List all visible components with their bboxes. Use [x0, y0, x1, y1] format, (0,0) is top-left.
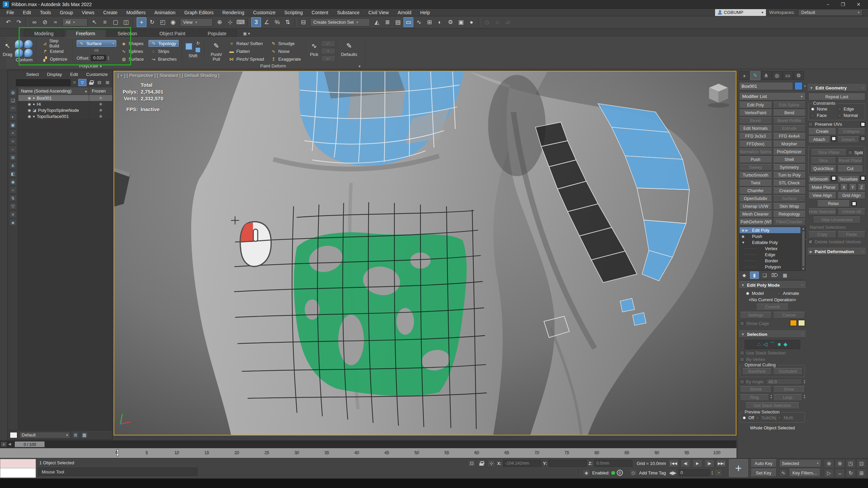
- scene-object-row[interactable]: ◉◪PolyTopoSplineNode ∗: [18, 107, 112, 113]
- modifier-stack-item[interactable]: ◉ ▶Edit Poly: [739, 227, 801, 233]
- menu-item[interactable]: Modifiers: [122, 9, 150, 16]
- default-in-out-tangents-icon[interactable]: ∿: [779, 469, 787, 476]
- use-pivot-point-icon[interactable]: ⊕: [215, 17, 224, 27]
- remove-modifier-icon[interactable]: ⌦: [770, 271, 779, 279]
- polydraw-shape-button[interactable]: ∿Splines: [119, 48, 146, 55]
- shrink-button[interactable]: Shrink: [740, 386, 772, 393]
- perspective-viewport[interactable]: [ + ] [ Perspective ] [ Standard ] [ Def…: [114, 71, 736, 435]
- object-color-swatch[interactable]: [794, 82, 803, 90]
- polydraw-tool-button[interactable]: ⊿Step Build: [40, 40, 70, 47]
- constraint-radio[interactable]: Normal: [837, 113, 863, 118]
- ribbon-tab[interactable]: Object Paint: [149, 29, 196, 37]
- object-name-field[interactable]: Box001: [739, 82, 793, 90]
- modifier-button[interactable]: Sweep: [739, 164, 772, 171]
- previous-frame-icon[interactable]: ◀|: [680, 459, 691, 467]
- hide-selected-button[interactable]: Hide Selected: [808, 208, 836, 215]
- orbit-icon[interactable]: ↻: [846, 469, 856, 477]
- tessellate-button[interactable]: Tessellate: [837, 176, 859, 183]
- menu-item[interactable]: Help: [416, 9, 434, 16]
- layer-manager-icon[interactable]: ▤: [393, 17, 403, 27]
- planar-z-button[interactable]: Z: [858, 184, 865, 191]
- loop-spinner[interactable]: ▴▾: [804, 394, 805, 401]
- occluded-button[interactable]: Occluded: [773, 368, 803, 375]
- material-editor-icon[interactable]: ◐: [435, 17, 445, 27]
- reference-coordinate-dropdown[interactable]: View▾: [180, 18, 213, 26]
- explorer-menu-item[interactable]: Edit: [67, 72, 81, 77]
- element-subobject-icon[interactable]: ◆: [784, 341, 788, 348]
- show-cage-checkbox[interactable]: [740, 321, 744, 326]
- paintdeform-pick-button[interactable]: ∿ Pick: [310, 39, 318, 57]
- grid-align-button[interactable]: Grid Align: [837, 192, 865, 199]
- edge-subobject-icon[interactable]: ◁: [763, 341, 767, 348]
- display-all-icon[interactable]: ◍: [9, 89, 17, 96]
- modifier-button[interactable]: Extrude: [773, 125, 806, 132]
- modifier-button[interactable]: OpenSubdiv: [739, 195, 772, 202]
- vertex-subobject-icon[interactable]: ∴: [757, 341, 761, 348]
- cut-button[interactable]: Cut: [837, 165, 863, 172]
- create-tab[interactable]: +: [739, 71, 750, 80]
- grow-button[interactable]: Grow: [773, 386, 805, 393]
- modifier-button[interactable]: Bevel: [739, 117, 772, 124]
- stack-scrollbar[interactable]: ▲▼: [801, 227, 805, 270]
- mode-radio[interactable]: Animate: [777, 291, 799, 296]
- menu-item[interactable]: File: [2, 9, 19, 16]
- angle-input[interactable]: 45.0: [766, 379, 802, 385]
- frozen-toggle-icon[interactable]: ∗: [89, 95, 112, 101]
- select-object-icon[interactable]: ↖: [90, 17, 99, 27]
- key-filters-button[interactable]: Key Filters...: [789, 469, 820, 477]
- modifier-button[interactable]: Shell: [773, 156, 806, 163]
- visibility-eye-icon[interactable]: ◉: [28, 108, 31, 113]
- border-subobject-icon[interactable]: ⌒: [770, 341, 775, 348]
- detach-settings-box[interactable]: [861, 136, 865, 141]
- bind-to-space-warp-icon[interactable]: ≈: [51, 17, 60, 27]
- time-tag-shield-icon[interactable]: ◈: [582, 469, 590, 476]
- preset-dropdown[interactable]: Default▾: [19, 432, 70, 439]
- set-keys-button[interactable]: +: [729, 459, 748, 477]
- select-and-rotate-icon[interactable]: ↻: [147, 17, 157, 27]
- get-stack-selection-button[interactable]: Get Stack Selection: [745, 402, 800, 409]
- attach-button[interactable]: Attach: [808, 136, 830, 143]
- unhide-all-button[interactable]: Unhide All: [837, 208, 865, 215]
- time-slider-handle[interactable]: 0 / 100: [15, 442, 45, 447]
- by-angle-checkbox[interactable]: [740, 380, 744, 384]
- play-icon[interactable]: ▶: [692, 459, 703, 467]
- redo-icon[interactable]: ↷: [14, 17, 24, 27]
- delete-isolated-vertices-checkbox[interactable]: [808, 240, 813, 244]
- modifier-button[interactable]: Unwrap UVW: [739, 203, 772, 210]
- frozen-toggle-icon[interactable]: ∗: [89, 101, 112, 107]
- visibility-eye-icon[interactable]: ◉: [28, 102, 31, 106]
- constraint-radio[interactable]: Face: [811, 113, 836, 118]
- hide-unselected-button[interactable]: Hide Unselected: [813, 217, 861, 223]
- rectangular-selection-icon[interactable]: ▢: [111, 17, 120, 27]
- angle-snap-icon[interactable]: ∠: [262, 17, 272, 27]
- display-lights-icon[interactable]: ◐: [9, 113, 17, 120]
- menu-item[interactable]: Rendering: [218, 9, 249, 16]
- menu-item[interactable]: Civil View: [364, 9, 393, 16]
- modifier-button[interactable]: Mesh Cleaner: [739, 211, 772, 218]
- visibility-eye-icon[interactable]: ◉: [28, 114, 31, 119]
- zoom-all-icon[interactable]: ⊛: [835, 459, 845, 468]
- separator[interactable]: [294, 18, 297, 27]
- modifier-stack-item[interactable]: Polygon: [739, 264, 801, 270]
- zoom-icon[interactable]: ⊕: [824, 459, 834, 468]
- menu-item[interactable]: Customize: [249, 9, 280, 16]
- polydraw-tool-button[interactable]: ▞Optimize: [40, 56, 70, 62]
- display-groups-icon[interactable]: ▫: [9, 146, 17, 153]
- modify-tab[interactable]: ✎: [750, 71, 761, 80]
- render-icon[interactable]: ●: [467, 17, 476, 27]
- preview-radio[interactable]: SubObj: [755, 415, 776, 420]
- tessellate-settings-box[interactable]: [861, 176, 865, 181]
- separator[interactable]: [133, 18, 135, 27]
- separator[interactable]: [247, 18, 250, 27]
- stack-item-icons[interactable]: ▼: [742, 241, 750, 244]
- paintdeform-tool-button[interactable]: ≈Relax/ Soften: [227, 40, 266, 47]
- paintdeform-tool-button[interactable]: ↥Exaggerate: [269, 56, 303, 62]
- preview-radio[interactable]: Multi: [777, 415, 793, 420]
- current-frame-field[interactable]: 0: [678, 469, 710, 476]
- paintdeform-tool-button[interactable]: ✎Smudge: [269, 40, 303, 47]
- toggle-ribbon-icon[interactable]: ▭: [403, 17, 413, 27]
- ribbon-tab[interactable]: Freeform: [65, 29, 106, 37]
- modifier-stack-item[interactable]: Border: [739, 258, 801, 264]
- zoom-region-icon[interactable]: ⊡: [856, 459, 867, 468]
- collapse-button[interactable]: Collapse: [837, 128, 865, 135]
